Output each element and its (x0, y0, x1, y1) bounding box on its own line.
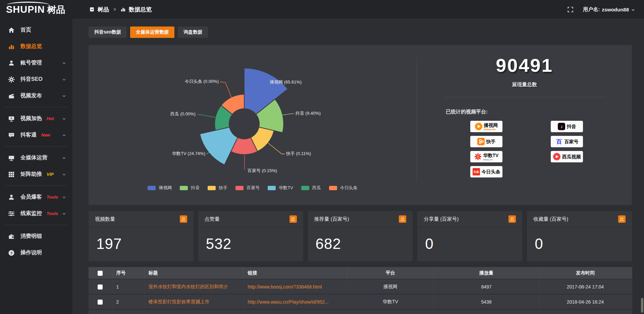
total-badge[interactable]: 总 (618, 215, 626, 223)
cell-seq (112, 309, 144, 314)
pie-slice-4[interactable] (200, 127, 238, 165)
sidebar-item-0[interactable]: 首页 (0, 22, 72, 38)
sidebar: SHUPIN 树品 首页数据总览账号管理抖音SEO视频发布视频加热Hot抖客通N… (0, 0, 72, 314)
stat-card-label: 收藏量 (百家号) (533, 216, 568, 222)
legend-item[interactable]: 今日头条 (329, 185, 358, 191)
legend-item[interactable]: 快手 (208, 185, 227, 191)
tab-2[interactable]: 询盘数据 (178, 27, 208, 38)
total-badge[interactable]: 总 (508, 215, 516, 223)
pie-label: 西瓜 (0.00%) (170, 111, 196, 116)
table-row: 2楼体投影灯投影效果震撼上市http://www.wasu.cn/Play/sh… (89, 294, 632, 309)
total-badge[interactable]: 总 (180, 215, 187, 223)
legend-chip (208, 186, 216, 190)
column-header: 发布时间 (539, 267, 632, 279)
chevron-down-icon (62, 156, 66, 160)
legend-label: 西瓜 (312, 185, 321, 191)
stat-card-4: 收藏量 (百家号)总0 (527, 211, 632, 261)
sidebar-item-6[interactable]: 视频加热Hot (0, 110, 72, 127)
breadcrumb: 树品 > 数据总览 (89, 6, 152, 13)
sidebar-item-label: 矩阵助推 (20, 171, 42, 178)
row-checkbox[interactable] (98, 300, 103, 305)
pie-label-line (282, 114, 294, 115)
legend-item[interactable]: 抖音 (180, 185, 200, 191)
cell-platform: 华数TV (347, 294, 434, 309)
cell-time (539, 309, 632, 314)
sidebar-item-13[interactable]: 线索监控Tools (0, 205, 72, 222)
fullscreen-icon[interactable] (567, 6, 574, 13)
logo-arc (7, 2, 50, 5)
cell-link[interactable]: http://www.boosj.com/7338468.html (244, 279, 347, 294)
sidebar-item-4[interactable]: 视频发布 (0, 88, 72, 104)
legend-label: 播视网 (159, 185, 172, 191)
total-badge[interactable]: 总 (399, 215, 406, 223)
sidebar-item-10[interactable]: 矩阵助推VIP (0, 166, 72, 182)
column-header: 标题 (144, 267, 244, 279)
table-header-row: 序号标题链接平台播放量发布时间 (89, 267, 632, 279)
sidebar-item-tag: Hot (47, 116, 54, 121)
select-all-checkbox[interactable] (98, 271, 103, 276)
sidebar-item-label: 操作说明 (20, 249, 42, 256)
legend-chip (301, 186, 309, 190)
row-checkbox[interactable] (98, 284, 103, 290)
legend-item[interactable]: 百家号 (235, 185, 260, 191)
stat-card-2: 推荐量 (百家号)总682 (308, 211, 413, 261)
legend-item[interactable]: 西瓜 (301, 185, 321, 191)
tab-1[interactable]: 全媒体运营数据 (130, 27, 174, 38)
platforms-label: 已统计的视频平台: (446, 109, 632, 115)
sidebar-item-label: 首页 (20, 27, 31, 34)
cell-time: 2018-04-26 16:24 (539, 294, 632, 309)
sidebar-item-label: 视频发布 (20, 92, 42, 99)
stat-card-value: 197 (89, 227, 194, 252)
legend-chip (148, 186, 156, 190)
cell-title[interactable]: 室外水纹灯和室内水纹灯的区别和简介 (144, 279, 244, 294)
sidebar-item-1[interactable]: 数据总览 (0, 38, 72, 55)
legend-item[interactable]: 华数TV (268, 185, 293, 191)
column-header: 播放量 (434, 267, 539, 279)
platform-badges-left: 播视网boosj.com快手华数TVwasu.cn头条今日头条 (470, 121, 502, 177)
sidebar-item-label: 视频加热 (20, 115, 42, 122)
sidebar-item-9[interactable]: 全媒体运营 (0, 150, 72, 166)
sidebar-item-label: 数据总览 (20, 43, 42, 50)
cell-plays: 8497 (434, 279, 539, 294)
clapper-icon (8, 93, 15, 99)
total-badge[interactable]: 总 (289, 215, 297, 223)
legend-label: 快手 (219, 185, 227, 191)
breadcrumb-home[interactable]: 树品 (98, 6, 109, 13)
stat-card-label: 分享量 (百家号) (424, 216, 459, 222)
svg-text:♪: ♪ (560, 124, 563, 129)
table-row: 1室外水纹灯和室内水纹灯的区别和简介http://www.boosj.com/7… (89, 279, 632, 294)
wallet-icon (8, 233, 15, 240)
sidebar-item-15[interactable]: 消费明细 (0, 228, 72, 245)
gear-icon (8, 76, 15, 83)
chart-legend: 播视网抖音快手百家号华数TV西瓜今日头条 (89, 185, 417, 191)
chevron-down-icon (62, 211, 66, 216)
legend-item[interactable]: 播视网 (148, 185, 172, 191)
sidebar-item-7[interactable]: 抖客通New (0, 127, 72, 143)
cell-title[interactable]: 楼体投影灯投影效果震撼上市 (144, 294, 244, 309)
cell-link[interactable] (244, 309, 347, 314)
monitor-icon (8, 155, 15, 161)
user-menu[interactable]: 用户名: zswodun88 (583, 6, 635, 13)
sidebar-divider (5, 146, 68, 147)
cell-link[interactable]: http://www.wasu.cn/Play/show/id/952... (244, 294, 347, 309)
sidebar-item-16[interactable]: ?操作说明 (0, 245, 72, 261)
sidebar-item-tag: Tools (47, 211, 58, 216)
pie-label-line (220, 82, 231, 97)
topbar: 树品 > 数据总览 用户名: zswodun88 (72, 0, 644, 19)
sidebar-item-12[interactable]: 会员爆客Tools (0, 189, 72, 205)
logo-text-cn: 树品 (47, 4, 65, 16)
pie-label: 播视网 (65.61%) (270, 80, 302, 85)
column-header: 序号 (112, 267, 144, 279)
home-icon (8, 27, 15, 34)
sidebar-item-3[interactable]: 抖音SEO (0, 71, 72, 88)
pie-label: 抖音 (9.40%) (295, 111, 321, 116)
sidebar-item-2[interactable]: 账号管理 (0, 55, 72, 71)
scrollbar-thumb[interactable] (641, 298, 643, 313)
column-header: 平台 (347, 267, 434, 279)
platform-badge: 华数TVwasu.cn (470, 151, 502, 162)
cell-title[interactable] (144, 309, 244, 314)
sidebar-item-label: 抖音SEO (20, 76, 43, 83)
sidebar-divider (5, 107, 68, 107)
tab-0[interactable]: 抖音seo数据 (89, 27, 127, 38)
sidebar-nav: 首页数据总览账号管理抖音SEO视频发布视频加热Hot抖客通New全媒体运营矩阵助… (0, 19, 72, 261)
